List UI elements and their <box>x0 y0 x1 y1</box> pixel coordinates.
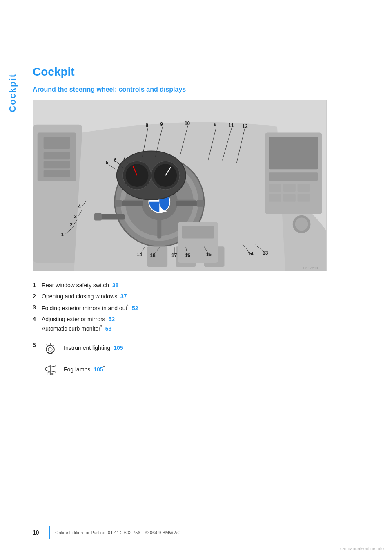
asterisk: * <box>127 304 129 309</box>
asterisk: * <box>103 365 105 370</box>
svg-text:12: 12 <box>242 123 248 129</box>
svg-rect-25 <box>115 200 122 207</box>
svg-rect-26 <box>176 201 198 206</box>
item-text: Adjusting exterior mirrors 52 Automatic … <box>42 315 368 333</box>
cockpit-diagram: 1 2 3 4 5 6 7 8 9 <box>33 100 327 271</box>
svg-text:15: 15 <box>206 252 212 257</box>
footer-divider <box>49 526 50 539</box>
list-item: 1 Rear window safety switch 38 <box>33 281 368 290</box>
svg-text:2: 2 <box>70 222 73 228</box>
svg-rect-30 <box>269 172 318 181</box>
svg-text:4: 4 <box>78 204 81 209</box>
svg-text:17: 17 <box>172 253 177 258</box>
list-item: 2 Opening and closing windows 37 <box>33 292 368 301</box>
svg-text:8: 8 <box>145 123 148 128</box>
svg-line-96 <box>51 371 56 372</box>
page-ref: 52 <box>108 316 115 322</box>
instrument-lighting-row: Instrument lighting 105 <box>42 340 123 356</box>
svg-line-91 <box>46 345 47 346</box>
list-item: 4 Adjusting exterior mirrors 52 Automati… <box>33 315 368 333</box>
page-number: 10 <box>33 529 45 536</box>
list-item: 3 Folding exterior mirrors in and out* 5… <box>33 303 368 313</box>
instrument-lighting-icon <box>42 340 59 356</box>
fog-lamps-text: Fog lamps 105* <box>64 365 123 373</box>
svg-point-93 <box>48 347 52 351</box>
item-number: 2 <box>33 292 42 301</box>
svg-rect-24 <box>121 201 143 206</box>
page-ref: 38 <box>112 282 119 289</box>
watermark: carmanualsonline.info <box>340 546 384 551</box>
sidebar-cockpit-label: Cockpit <box>7 74 18 112</box>
item-number: 5 <box>33 342 42 348</box>
list-item: 5 <box>33 340 368 377</box>
item-text: Opening and closing windows 37 <box>42 292 368 301</box>
svg-rect-34 <box>269 194 281 202</box>
svg-text:1: 1 <box>61 232 64 237</box>
svg-point-38 <box>295 218 308 231</box>
page-ref: 53 <box>105 325 112 331</box>
svg-rect-5 <box>44 152 70 159</box>
svg-rect-7 <box>44 170 70 177</box>
svg-rect-33 <box>298 184 310 192</box>
fog-lamps-icon <box>42 361 59 377</box>
item-text: Rear window safety switch 38 <box>42 281 368 290</box>
svg-text:14: 14 <box>137 252 143 257</box>
svg-line-89 <box>53 345 54 346</box>
item-number: 3 <box>33 303 42 312</box>
svg-rect-35 <box>283 194 296 202</box>
svg-rect-39 <box>100 214 125 220</box>
page-ref: 52 <box>132 305 138 311</box>
section-title: Around the steering wheel: controls and … <box>33 86 368 93</box>
svg-text:7: 7 <box>123 156 126 161</box>
item-5-icons: Instrument lighting 105 <box>42 340 123 377</box>
svg-rect-31 <box>269 184 281 192</box>
svg-rect-6 <box>44 161 70 168</box>
svg-rect-40 <box>94 213 102 221</box>
svg-text:16: 16 <box>185 253 191 258</box>
svg-text:9: 9 <box>214 122 217 128</box>
item-text: Folding exterior mirrors in and out* 52 <box>42 303 368 313</box>
page-ref: 105 <box>94 366 103 373</box>
svg-rect-27 <box>197 200 204 207</box>
svg-rect-45 <box>182 226 214 239</box>
svg-text:10: 10 <box>185 121 190 126</box>
svg-text:5: 5 <box>106 160 109 166</box>
cockpit-diagram-svg: 1 2 3 4 5 6 7 8 9 <box>33 100 326 271</box>
page-footer: 10 Online Edition for Part no. 01 41 2 6… <box>33 526 368 539</box>
svg-line-94 <box>51 366 56 367</box>
svg-rect-36 <box>298 194 310 202</box>
svg-point-87 <box>46 345 54 354</box>
svg-text:13: 13 <box>263 250 268 256</box>
svg-text:9: 9 <box>160 121 163 127</box>
svg-text:6: 6 <box>114 157 117 163</box>
svg-text:11: 11 <box>228 123 234 128</box>
item-number: 4 <box>33 315 42 324</box>
footer-text: Online Edition for Part no. 01 41 2 602 … <box>55 530 181 535</box>
svg-text:3: 3 <box>74 214 77 219</box>
svg-rect-4 <box>44 137 70 149</box>
fog-lamps-row: Fog lamps 105* <box>42 361 123 377</box>
page-ref: 105 <box>114 345 123 351</box>
svg-rect-29 <box>269 137 318 170</box>
svg-text:02 12 519: 02 12 519 <box>303 266 318 270</box>
instrument-lighting-text: Instrument lighting 105 <box>64 345 123 351</box>
svg-text:18: 18 <box>150 253 156 258</box>
page-ref: 37 <box>120 293 127 300</box>
item-number: 1 <box>33 281 42 290</box>
svg-text:14: 14 <box>248 251 254 257</box>
svg-rect-32 <box>283 184 296 192</box>
svg-rect-14 <box>157 218 161 239</box>
asterisk: * <box>100 324 102 329</box>
page-title: Cockpit <box>33 65 368 78</box>
items-list: 1 Rear window safety switch 38 2 Opening… <box>33 281 368 377</box>
